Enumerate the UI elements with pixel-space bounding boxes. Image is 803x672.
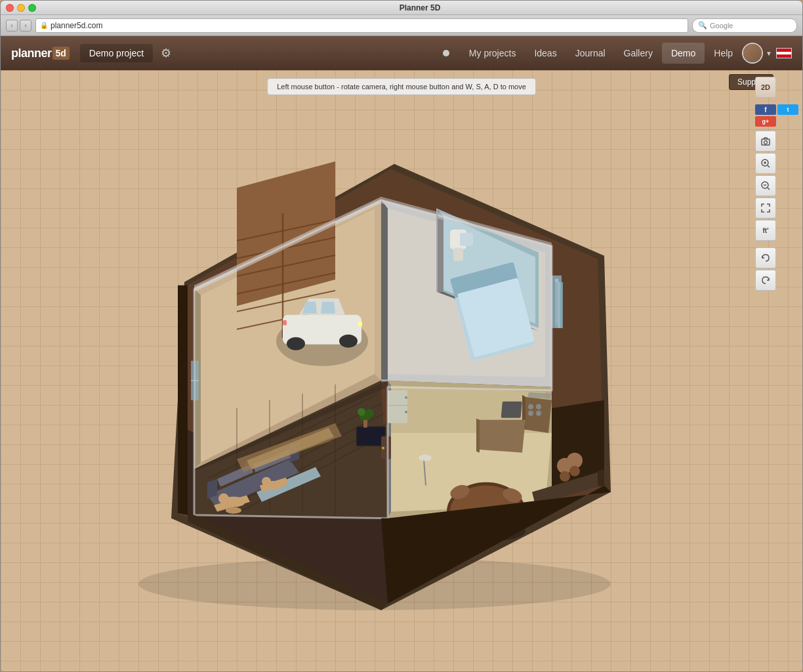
nav-buttons: ‹ ›: [6, 20, 31, 32]
svg-rect-73: [388, 390, 407, 423]
svg-point-66: [528, 404, 533, 410]
nav-help[interactable]: Help: [705, 43, 742, 64]
twitter-button[interactable]: t: [777, 104, 798, 115]
svg-rect-88: [363, 420, 367, 428]
project-name[interactable]: Demo project: [80, 44, 153, 62]
nav-ideas[interactable]: Ideas: [525, 43, 566, 64]
undo-button[interactable]: [755, 247, 776, 268]
zoom-in-button[interactable]: [755, 153, 776, 174]
svg-marker-72: [476, 419, 480, 453]
nav-indicator: [443, 50, 449, 56]
nav-my-projects[interactable]: My projects: [460, 43, 525, 64]
right-toolbar: 2D f t g+: [755, 77, 798, 291]
search-bar[interactable]: 🔍 Google: [692, 18, 797, 33]
svg-point-33: [339, 335, 358, 348]
search-placeholder: Google: [710, 22, 733, 30]
svg-marker-56: [437, 209, 443, 292]
google-plus-button[interactable]: g+: [755, 116, 776, 127]
logo-text: planner: [11, 47, 52, 60]
svg-point-86: [358, 408, 365, 416]
redo-button[interactable]: [755, 270, 776, 291]
svg-rect-34: [358, 322, 362, 327]
search-icon: 🔍: [698, 21, 707, 30]
camera-button[interactable]: [755, 131, 776, 152]
logo-badge: 5d: [52, 47, 70, 60]
svg-point-105: [560, 471, 570, 482]
forward-button[interactable]: ›: [20, 20, 31, 32]
app-area: planner 5d Demo project ⚙ My projects Id…: [1, 36, 802, 671]
svg-rect-84: [358, 428, 384, 445]
svg-point-106: [569, 466, 580, 476]
fullscreen-button[interactable]: [755, 198, 776, 219]
url-text: planner5d.com: [51, 21, 102, 30]
window-title: Planner 5D: [43, 3, 797, 12]
app-nav: planner 5d Demo project ⚙ My projects Id…: [1, 36, 802, 70]
minimize-button[interactable]: [17, 4, 25, 12]
svg-point-1: [764, 141, 768, 144]
url-bar[interactable]: 🔒 planner5d.com: [35, 18, 688, 33]
facebook-button[interactable]: f: [755, 104, 776, 115]
3d-house-view[interactable]: [106, 138, 644, 623]
lock-icon: 🔒: [40, 22, 48, 29]
address-bar: ‹ › 🔒 planner5d.com 🔍 Google: [1, 15, 802, 36]
svg-marker-12: [178, 285, 188, 515]
title-bar: Planner 5D: [1, 1, 802, 15]
svg-line-8: [768, 188, 770, 190]
back-button[interactable]: ‹: [6, 20, 18, 32]
svg-rect-115: [453, 248, 463, 261]
svg-point-76: [405, 411, 407, 413]
svg-marker-78: [207, 479, 217, 499]
close-button[interactable]: [6, 4, 14, 12]
settings-button[interactable]: ⚙: [158, 43, 174, 63]
svg-marker-54: [381, 200, 388, 381]
svg-point-32: [287, 337, 305, 350]
svg-line-5: [768, 165, 770, 167]
browser-window: Planner 5D ‹ › 🔒 planner5d.com 🔍 Google …: [0, 0, 803, 672]
svg-rect-35: [283, 320, 287, 326]
dropdown-arrow-icon: ▼: [766, 50, 772, 57]
svg-point-67: [536, 404, 541, 410]
nav-journal[interactable]: Journal: [566, 43, 615, 64]
app-logo: planner 5d: [11, 47, 70, 60]
svg-marker-71: [476, 420, 525, 453]
svg-marker-31: [321, 302, 335, 314]
zoom-out-button[interactable]: [755, 175, 776, 196]
main-content: Left mouse button - rotate camera, right…: [1, 70, 802, 671]
tooltip-box: Left mouse button - rotate camera, right…: [267, 78, 536, 95]
svg-point-68: [528, 411, 533, 416]
nav-gallery[interactable]: Gallery: [615, 43, 662, 64]
tooltip-text: Left mouse button - rotate camera, right…: [277, 83, 526, 91]
user-avatar: [742, 43, 763, 64]
svg-point-69: [536, 411, 541, 416]
mode-2d-button[interactable]: 2D: [755, 77, 776, 98]
units-button[interactable]: ft': [755, 220, 776, 241]
window-controls: [6, 4, 36, 12]
svg-point-92: [226, 507, 241, 514]
language-flag[interactable]: [776, 48, 792, 58]
svg-point-111: [419, 455, 432, 461]
svg-point-113: [382, 447, 384, 450]
svg-point-87: [365, 409, 374, 418]
svg-rect-116: [460, 233, 473, 246]
nav-demo[interactable]: Demo: [662, 43, 705, 64]
svg-point-75: [405, 396, 407, 399]
user-menu[interactable]: ▼: [742, 43, 772, 64]
nav-links: My projects Ideas Journal Gallery Demo H…: [460, 43, 742, 64]
svg-marker-108: [598, 469, 604, 486]
maximize-button[interactable]: [28, 4, 36, 12]
svg-rect-65: [501, 402, 522, 418]
